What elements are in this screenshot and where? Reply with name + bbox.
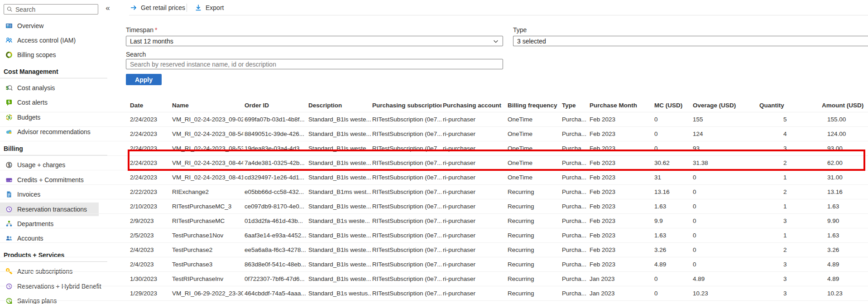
cell-purchasing-subscription: RITestSubscription (0e7... [372, 286, 441, 300]
export-button[interactable]: Export [195, 3, 224, 13]
column-header-description[interactable]: Description [308, 99, 371, 112]
cell-order-id: 699fa07b-03d1-4b8f... [245, 112, 307, 126]
apply-button[interactable]: Apply [126, 74, 162, 85]
column-header-type[interactable]: Type [562, 99, 588, 112]
cell-order-id: 6aaf3e14-e93a-4452... [245, 228, 307, 242]
cell-name: VM_RI_02-24-2023_08-44 [172, 156, 243, 170]
cell-order-id: 464cbddf-74a5-4aaa... [245, 286, 307, 300]
table-row[interactable]: 2/4/2023TestPurchase2ee5a6a8a-f6c3-4278.… [0, 243, 868, 257]
cell-billing-frequency: Recurring [508, 214, 560, 228]
cell-purchase-month: Feb 2023 [590, 185, 653, 199]
cell-mc-usd: 0 [654, 112, 691, 126]
cell-mc-usd: 0 [654, 286, 691, 300]
table-row[interactable]: 2/24/2023VM_RI_02-24-2023_09-02699fa07b-… [0, 112, 868, 127]
cell-amount-usd: 13.16 [822, 185, 867, 199]
type-dropdown[interactable]: 3 selected [513, 36, 868, 46]
cell-billing-frequency: OneTime [508, 170, 560, 184]
table-row[interactable]: 2/24/2023VM_RI_02-24-2023_08-548849051c-… [0, 127, 868, 141]
required-asterisk: * [155, 26, 157, 34]
cell-purchasing-account: ri-purchaser [443, 141, 506, 155]
type-label: Type [513, 26, 527, 34]
column-header-billing-frequency[interactable]: Billing frequency [508, 99, 560, 112]
sidebar-section-cost-management: Cost Management [4, 68, 58, 77]
download-icon [195, 4, 202, 11]
access-control-icon [5, 37, 13, 44]
cell-description: Standard_B1ls weste... [308, 112, 371, 126]
table-row-highlighted[interactable]: 2/24/2023VM_RI_02-24-2023_08-447a4de381-… [0, 156, 868, 170]
table-row[interactable]: 2/10/2023RITestPurchaseMC_3ce097db9-8170… [0, 199, 868, 214]
column-header-purchase-month[interactable]: Purchase Month [590, 99, 653, 112]
cell-quantity: 5 [759, 112, 820, 126]
sidebar-collapse-button[interactable]: « [102, 3, 113, 14]
cell-type: Purcha... [562, 301, 588, 304]
cell-amount-usd: 1.63 [822, 199, 867, 213]
sidebar-item-cost-analysis[interactable]: $ Cost analysis [0, 81, 99, 95]
table-row[interactable]: 2/22/2023RIExchange2e05bb66d-cc58-432...… [0, 185, 868, 199]
column-header-name[interactable]: Name [172, 99, 243, 112]
column-header-mc-usd[interactable]: MC (USD) [654, 99, 691, 112]
cell-name: TestRIPurchaseInv [172, 272, 243, 286]
cell-purchasing-account: ri-purchaser [443, 156, 506, 170]
cell-purchasing-subscription: RITestSubscription (0e7... [372, 214, 441, 228]
cell-quantity: 2 [759, 243, 820, 257]
cell-billing-frequency: OneTime [508, 112, 560, 126]
cell-description: Standard_B1ls weste... [308, 170, 371, 184]
table-row[interactable]: 2/24/2023VM_RI_02-24-2023_08-5319dea83e-… [0, 141, 868, 156]
column-header-purchasing-subscription[interactable]: Purchasing subscription [372, 99, 441, 112]
cell-name: VM_RI_06-29-2022_23-30 [172, 286, 243, 300]
cell-type: Purcha... [562, 199, 588, 213]
column-header-overage-usd[interactable]: Overage (USD) [693, 99, 758, 112]
cell-billing-frequency: Recurring [508, 301, 560, 304]
column-header-quantity[interactable]: Quantity [759, 99, 820, 112]
cell-order-id: e05bb66d-cc58-432... [245, 185, 307, 199]
cell-overage-usd: 10.23 [693, 286, 758, 300]
table-row[interactable]: 2/5/2023TestPurchase1Nov6aaf3e14-e93a-44… [0, 228, 868, 243]
sidebar-search-input[interactable] [15, 6, 88, 13]
cell-quantity: 3 [759, 214, 820, 228]
table-header: Date Name Order ID Description Purchasin… [0, 99, 868, 112]
cell-purchasing-account: ri-purchaser [443, 127, 506, 141]
toolbar-divider [129, 15, 868, 15]
cell-mc-usd: 0 [654, 141, 691, 155]
cell-amount-usd: 1.63 [822, 228, 867, 242]
cell-billing-frequency: Recurring [508, 185, 560, 199]
cell-type: Purcha... [562, 156, 588, 170]
table-row[interactable]: 2/4/2023TestPurchase3863d8e0f-541c-48eb.… [0, 257, 868, 272]
cell-billing-frequency: OneTime [508, 141, 560, 155]
search-icon [7, 6, 13, 12]
cell-amount-usd: 155.00 [822, 112, 867, 126]
cell-name: RITestPurchaseMC [172, 214, 243, 228]
sidebar-item-access-control[interactable]: Access control (IAM) [0, 34, 99, 47]
cell-mc-usd: 9.9 [654, 214, 691, 228]
get-retail-prices-button[interactable]: Get retail prices [130, 3, 185, 13]
cell-purchase-month: Feb 2023 [590, 199, 653, 213]
table-row[interactable]: 2/9/2023RITestPurchaseMC01d3d2fa-461d-43… [0, 214, 868, 228]
cell-date: 2/5/2023 [130, 228, 171, 242]
sidebar-item-billing-scopes[interactable]: Billing scopes [0, 48, 99, 62]
cell-description: Standard_B1ls weste... [308, 199, 371, 213]
table-row[interactable]: 2/24/2023VM_RI_02-24-2023_08-41cd329497-… [0, 170, 868, 185]
cell-quantity: 1 [759, 228, 820, 242]
column-header-date[interactable]: Date [130, 99, 171, 112]
cell-purchase-month: Feb 2023 [590, 214, 653, 228]
cell-purchase-month: Feb 2023 [590, 228, 653, 242]
column-header-order-id[interactable]: Order ID [245, 99, 307, 112]
cell-amount-usd: 62.00 [822, 156, 867, 170]
table-row[interactable]: 1/29/2023VM_RI_06-29-2022_23-30464cbddf-… [0, 286, 868, 301]
cell-mc-usd: 30.62 [654, 156, 691, 170]
timespan-dropdown[interactable]: Last 12 months [126, 36, 503, 46]
cell-mc-usd: 4.89 [654, 257, 691, 271]
column-header-amount-usd[interactable]: Amount (USD) [822, 99, 867, 112]
table-row[interactable]: 1/30/2023TestRIPurchaseInv0f722307-7bf6-… [0, 272, 868, 286]
cell-quantity: 1 [759, 199, 820, 213]
column-header-purchasing-account[interactable]: Purchasing account [443, 99, 506, 112]
cell-purchasing-subscription: RITestSubscription (0e7... [372, 112, 441, 126]
cell-purchasing-account: ri-purchaser [443, 228, 506, 242]
search-label: Search [126, 51, 146, 58]
cell-name: VM_RI_10-28-2022_14-34 [172, 301, 243, 304]
transaction-search-input[interactable] [126, 59, 503, 69]
sidebar-search-box[interactable] [4, 4, 98, 14]
sidebar-item-overview[interactable]: Overview [0, 19, 99, 33]
cell-date: 2/22/2023 [130, 185, 171, 199]
table-row-partial[interactable]: 1/29/2023VM_RI_10-28-2022_14-34d7bc34dd-… [0, 301, 868, 304]
